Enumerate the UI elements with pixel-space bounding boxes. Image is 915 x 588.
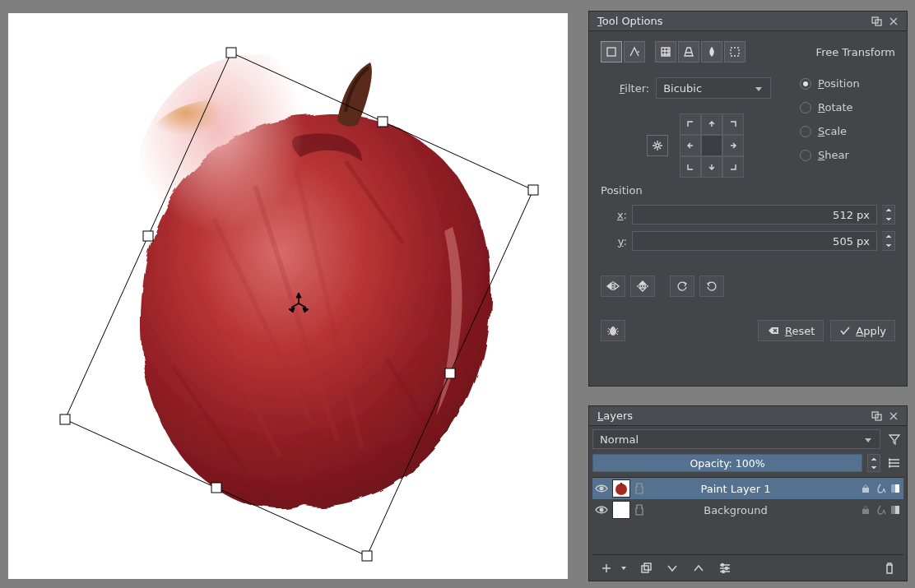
opacity-spinner[interactable]	[867, 454, 880, 472]
layer-name[interactable]: Background	[648, 504, 856, 516]
anchor-tl[interactable]	[680, 113, 701, 135]
svg-point-1	[148, 100, 296, 190]
radio-rotate[interactable]: Rotate	[800, 101, 860, 113]
alpha-lock-icon[interactable]	[874, 482, 887, 495]
blend-mode-select[interactable]: Normal	[592, 429, 880, 449]
close-panel-icon[interactable]	[885, 14, 902, 29]
anchor-tm[interactable]	[701, 113, 722, 135]
debug-button[interactable]	[601, 320, 625, 341]
x-input[interactable]: 512 px	[632, 205, 877, 225]
close-panel-icon[interactable]	[885, 409, 902, 424]
lock-icon[interactable]	[859, 503, 872, 516]
anchor-bl[interactable]	[680, 156, 701, 178]
anchor-bm[interactable]	[701, 156, 722, 178]
svg-rect-17	[895, 488, 899, 493]
svg-point-7	[656, 144, 659, 147]
layer-thumbnail	[612, 501, 630, 519]
add-layer-button[interactable]	[597, 559, 615, 577]
anchor-tr[interactable]	[722, 113, 744, 135]
float-panel-icon[interactable]	[869, 14, 885, 29]
layers-panel: Layers Normal Opacity: 100% Paint Layer …	[588, 405, 908, 581]
add-layer-menu-button[interactable]	[619, 559, 629, 577]
svg-rect-5	[607, 48, 615, 56]
svg-rect-14	[620, 483, 622, 485]
propagate-icon[interactable]	[634, 481, 645, 496]
svg-rect-15	[862, 488, 869, 493]
tool-options-header: Tool Options	[589, 12, 907, 31]
anchor-center[interactable]	[701, 135, 722, 156]
canvas[interactable]	[8, 13, 568, 579]
x-label: x:	[614, 209, 627, 221]
perspective-transform-tool[interactable]	[678, 41, 699, 63]
layer-properties-button[interactable]	[716, 559, 734, 577]
apply-button[interactable]: Apply	[830, 320, 895, 341]
delete-layer-button[interactable]	[880, 559, 899, 577]
svg-rect-23	[895, 510, 899, 514]
svg-point-28	[722, 563, 724, 566]
svg-rect-26	[642, 566, 648, 572]
svg-rect-27	[644, 563, 651, 570]
lock-icon[interactable]	[859, 482, 872, 495]
svg-rect-18	[895, 484, 899, 488]
transform-mode-toolbar: Free Transform	[601, 41, 895, 63]
visibility-toggle-icon[interactable]	[594, 502, 609, 517]
layer-options-menu[interactable]	[885, 454, 903, 472]
layer-name[interactable]: Paint Layer 1	[648, 483, 856, 495]
move-layer-down-button[interactable]	[663, 559, 681, 577]
liquify-transform-tool[interactable]	[701, 41, 722, 63]
y-input[interactable]: 505 px	[632, 231, 877, 251]
radio-shear[interactable]: Shear	[800, 149, 860, 161]
svg-rect-24	[895, 506, 899, 510]
mesh-transform-tool[interactable]	[724, 41, 745, 63]
y-label: y:	[614, 235, 627, 248]
layer-list: Paint Layer 1 Background	[592, 477, 903, 554]
tool-options-panel: Tool Options Free Transform Filter: Bicu…	[588, 11, 908, 387]
layer-row[interactable]: Paint Layer 1	[592, 478, 903, 499]
anchor-ml[interactable]	[680, 135, 701, 156]
layer-filter-button[interactable]	[885, 429, 903, 449]
position-section-label: Position	[601, 184, 895, 197]
layers-header: Layers	[589, 406, 907, 426]
canvas-content	[8, 13, 568, 579]
rotate-cw-button[interactable]	[699, 275, 724, 297]
y-spinner[interactable]	[882, 231, 895, 251]
anchor-grid	[680, 113, 744, 178]
svg-point-9	[611, 326, 615, 330]
transform-origin-button[interactable]	[647, 135, 668, 156]
svg-point-29	[726, 567, 728, 569]
free-transform-tool[interactable]	[601, 41, 622, 63]
layer-thumbnail	[612, 479, 630, 498]
flip-horizontal-button[interactable]	[601, 275, 625, 297]
alpha-lock-icon[interactable]	[874, 503, 887, 516]
x-spinner[interactable]	[882, 205, 895, 225]
svg-point-12	[600, 487, 604, 491]
duplicate-layer-button[interactable]	[637, 559, 655, 577]
float-panel-icon[interactable]	[869, 409, 885, 424]
propagate-icon[interactable]	[634, 502, 645, 517]
svg-point-13	[615, 484, 627, 495]
radio-position[interactable]: Position	[800, 77, 860, 90]
reset-button[interactable]: Reset	[758, 320, 824, 341]
opacity-slider[interactable]: Opacity: 100%	[592, 454, 862, 472]
svg-rect-6	[731, 48, 739, 56]
cage-transform-tool[interactable]	[655, 41, 676, 63]
radio-scale[interactable]: Scale	[800, 125, 860, 137]
visibility-toggle-icon[interactable]	[594, 481, 609, 496]
svg-rect-16	[891, 484, 895, 488]
inherit-alpha-icon[interactable]	[889, 482, 902, 495]
layer-row[interactable]: Background	[592, 499, 903, 521]
svg-rect-22	[891, 506, 895, 510]
warp-transform-tool[interactable]	[624, 41, 645, 63]
svg-rect-25	[891, 510, 895, 514]
svg-rect-21	[862, 509, 869, 514]
filter-select[interactable]: Bicubic	[656, 77, 771, 99]
anchor-br[interactable]	[722, 156, 744, 178]
rotate-ccw-button[interactable]	[670, 275, 694, 297]
anchor-mr[interactable]	[722, 135, 744, 156]
move-layer-up-button[interactable]	[690, 559, 708, 577]
flip-vertical-button[interactable]	[630, 275, 655, 297]
filter-label: Filter:	[620, 82, 649, 95]
svg-point-20	[600, 508, 604, 512]
layer-toolbar	[592, 554, 903, 581]
inherit-alpha-icon[interactable]	[889, 503, 902, 516]
